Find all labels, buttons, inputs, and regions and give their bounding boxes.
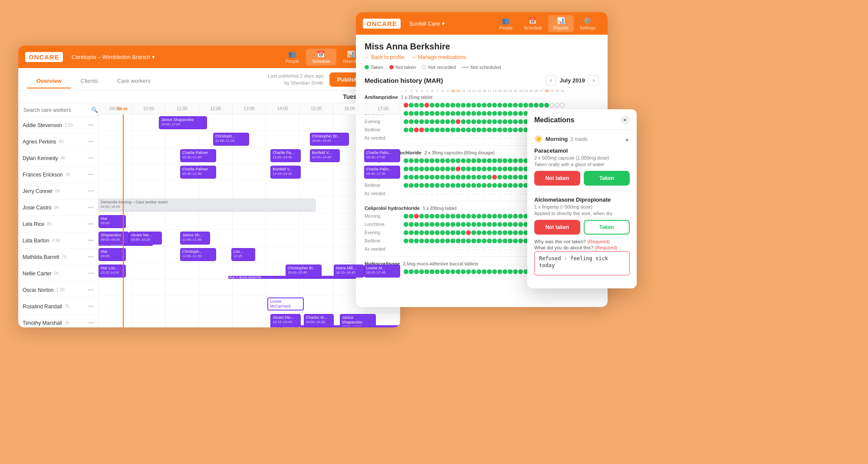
med-dot: [435, 230, 440, 235]
left-nav-people[interactable]: 👥 People: [279, 49, 305, 65]
right-nav-reports[interactable]: 📊 Reports: [548, 15, 574, 32]
event-block[interactable]: Christopher Br...15:00–15:45: [286, 265, 322, 278]
event-block[interactable]: Charlie Palm...16:30–17:30: [364, 149, 400, 162]
tab-clients[interactable]: Clients: [71, 74, 108, 88]
med-dot: [503, 230, 507, 235]
event-block[interactable]: Akram Me...09:50–10:20: [129, 232, 162, 245]
modal-close-button[interactable]: ✕: [620, 115, 630, 125]
prev-month-button[interactable]: ‹: [546, 75, 556, 85]
workers-column: 🔍 Addie Stevenson 2.5h ••• Agnes Perkins…: [18, 103, 99, 327]
event-block[interactable]: Charlie Palmer10:30–11:30: [180, 166, 216, 179]
event-block[interactable]: Christoph...11:00–11:30: [180, 248, 216, 261]
reason-textarea[interactable]: Refused - feeling sick today: [534, 251, 630, 275]
med-dot: [513, 183, 518, 188]
worker-options[interactable]: •••: [88, 303, 94, 310]
event-block[interactable]: Christopher Br...15:00–15:45: [310, 133, 349, 146]
timeline-cell: [299, 279, 333, 295]
worker-options[interactable]: •••: [88, 287, 94, 293]
paracetamol-not-taken-button[interactable]: Not taken: [534, 171, 580, 186]
med-dot: [461, 269, 466, 274]
timeline-cell: [299, 180, 333, 196]
worker-options[interactable]: •••: [88, 270, 94, 277]
worker-options[interactable]: •••: [88, 188, 94, 194]
med-dot: [492, 119, 497, 124]
right-nav-people[interactable]: 👥 People: [494, 15, 518, 32]
med-dot: [503, 103, 507, 108]
section-collapse-button[interactable]: ▲: [625, 136, 630, 142]
event-block[interactable]: Louise M...16:45–17:45: [364, 265, 400, 278]
left-nav-people-label: People: [286, 59, 299, 64]
med-dot: [492, 167, 497, 171]
day-number: 9: [445, 89, 450, 93]
med-dot: [440, 136, 445, 141]
right-nav-schedule[interactable]: 📅 Schedule: [519, 15, 547, 32]
event-block[interactable]: Charlie Palmer10:30–11:30: [180, 149, 216, 162]
modal-header: Medications ✕: [527, 109, 637, 130]
med-dot: [409, 136, 414, 141]
event-block[interactable]: Mar09:35: [99, 215, 126, 228]
event-block[interactable]: Charlie Palm...16:30–17:30: [364, 166, 400, 179]
timeline-cell: [199, 279, 233, 295]
med-dot: [482, 167, 487, 171]
med-dot: [419, 158, 424, 163]
day-number: 1: [404, 89, 409, 93]
med-dot: [513, 103, 518, 108]
not-scheduled-dot: [462, 67, 469, 68]
event-block[interactable]: Lou...12:15: [231, 248, 256, 261]
event-block[interactable]: Janice Shapavolov16:00–17:00: [340, 314, 376, 327]
timeline-area[interactable]: 09:00 10:00 11:00 12:00 13:00 14:00 15:0…: [99, 103, 400, 327]
timeline-cell: [199, 312, 233, 327]
branch-selector[interactable]: Caretopia – Wimbledon Branch ▾: [72, 54, 155, 60]
timeline-cell: [165, 213, 199, 229]
alclometasone-not-taken-button[interactable]: Not taken: [534, 220, 580, 235]
left-nav-schedule[interactable]: 📅 Schedule: [306, 49, 336, 65]
event-block[interactable]: Louise McCarmack14:10–15:10: [267, 297, 303, 310]
next-month-button[interactable]: ›: [589, 75, 599, 85]
event-block[interactable]: Janice Shapavolov10:00–17:00: [159, 116, 207, 129]
event-block[interactable]: Janice Sh...11:00–11:30: [180, 232, 210, 245]
worker-options[interactable]: •••: [88, 204, 94, 211]
event-block[interactable]: Shapavolov09:00–09:30: [99, 232, 129, 245]
event-block[interactable]: Christoph...11:00–11:30: [213, 133, 249, 146]
med-dot: [440, 191, 445, 196]
med-dot: [492, 136, 497, 141]
worker-options[interactable]: •••: [88, 138, 94, 145]
tab-overview[interactable]: Overview: [27, 74, 71, 88]
alclometasone-taken-button[interactable]: Taken: [584, 220, 630, 235]
event-block[interactable]: Akram Me...13:15–13:45: [270, 314, 301, 327]
tab-care-workers[interactable]: Care workers: [108, 74, 160, 88]
day-number: 7: [435, 89, 440, 93]
worker-options[interactable]: •••: [88, 122, 94, 128]
event-block[interactable]: Bonfeld V...14:10–14:40: [310, 149, 340, 162]
event-block[interactable]: Dementia training – Care worker event09:…: [99, 199, 316, 212]
back-to-profile-link[interactable]: ← Back to profile: [365, 54, 404, 60]
worker-info: Oscar Norton 1.5h: [23, 287, 65, 293]
worker-options[interactable]: •••: [88, 254, 94, 260]
med-dot: [404, 214, 408, 219]
paracetamol-taken-button[interactable]: Taken: [584, 171, 630, 186]
timeline-cell: [132, 213, 165, 229]
worker-options[interactable]: •••: [88, 221, 94, 227]
med-dot: [450, 239, 455, 243]
manage-medications-link[interactable]: → Manage medications: [411, 54, 466, 60]
right-branch-selector[interactable]: Sunhill Care ▾: [409, 20, 445, 27]
event-block[interactable]: Bonfeld V...14:10–14:40: [270, 166, 301, 179]
event-block[interactable]: Mar09:35: [99, 248, 126, 261]
worker-options[interactable]: •••: [88, 171, 94, 178]
med-dot: [518, 230, 523, 235]
worker-options[interactable]: •••: [88, 155, 94, 161]
event-block[interactable]: Charlie Pa...13:00–13:30: [270, 149, 301, 162]
event-block[interactable]: Mar Lou...13:15 14:30: [99, 265, 126, 278]
med-dot: [487, 158, 492, 163]
worker-info: Rosalind Randall 7h: [23, 304, 69, 310]
right-nav-schedule-label: Schedule: [524, 26, 542, 30]
med-dot: [497, 214, 502, 219]
worker-options[interactable]: •••: [88, 237, 94, 244]
med-dot: [497, 247, 502, 252]
day-number: 2: [409, 89, 414, 93]
search-input[interactable]: [23, 107, 89, 113]
right-nav-settings[interactable]: ⚙️ Settings: [575, 15, 601, 32]
worker-options[interactable]: •••: [88, 320, 94, 326]
event-block[interactable]: Charles W...15:00–15:30: [304, 314, 334, 327]
event-block[interactable]: Maria Mill...16:15–16:45: [334, 265, 364, 278]
